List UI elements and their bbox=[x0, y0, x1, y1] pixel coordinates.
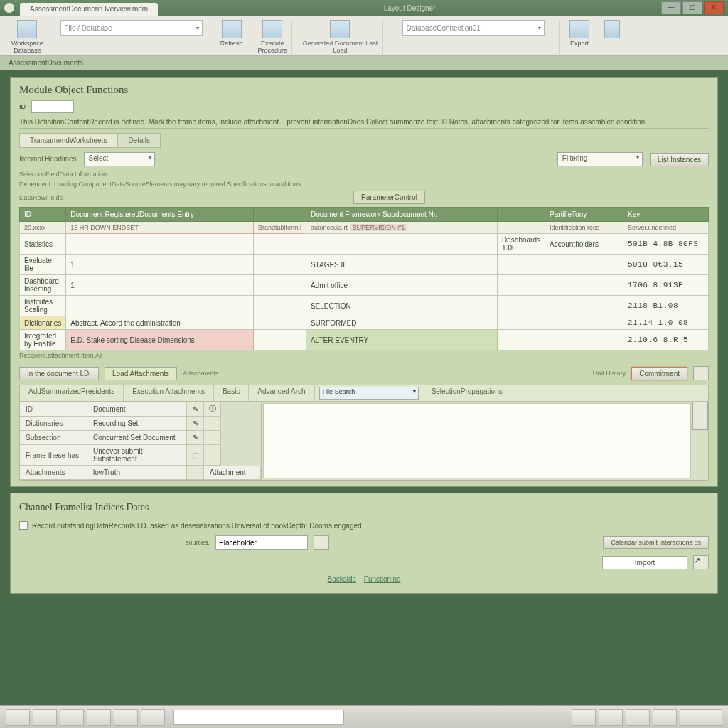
sources-input[interactable] bbox=[215, 535, 308, 550]
col-blank2[interactable] bbox=[498, 208, 545, 222]
taskbar-app-5[interactable] bbox=[114, 709, 138, 726]
table-row[interactable]: Institutes ScalingSELECTION2118 B1.08 bbox=[20, 296, 709, 316]
id-label: ID bbox=[19, 103, 26, 110]
ribbon-group-workspace: Workspace Database bbox=[7, 20, 48, 54]
back-link[interactable]: Backside bbox=[327, 575, 356, 583]
record-checkbox-label: Record outstandingDataRecords.I.D. asked… bbox=[32, 522, 362, 530]
prop-id-val[interactable]: Document bbox=[87, 402, 187, 417]
export-label: Export bbox=[570, 40, 589, 47]
content-area[interactable] bbox=[263, 403, 691, 478]
export-icon[interactable] bbox=[569, 20, 589, 38]
col-blank1[interactable] bbox=[253, 208, 306, 222]
maximize-button[interactable]: ▢ bbox=[682, 1, 702, 14]
document-id-button[interactable]: In the document I.D. bbox=[19, 367, 99, 380]
page-title: Module Object Functions bbox=[19, 84, 709, 96]
tab-row: TransamendWorksheets Details bbox=[19, 133, 709, 148]
table-footer-note: Recipient.attachment.Item.All bbox=[19, 352, 709, 359]
id-input[interactable] bbox=[31, 100, 74, 113]
sources-label: sources. bbox=[167, 539, 210, 546]
subpanel-tabs: AddSummarizedPresidents Execution Attach… bbox=[20, 385, 708, 402]
bottom-title: Channel Framelist Indices Dates bbox=[19, 502, 709, 515]
footer-links: Backside Functioning bbox=[19, 575, 709, 583]
import-button[interactable]: Import bbox=[602, 556, 687, 569]
document-icon[interactable] bbox=[330, 20, 350, 38]
table-subheader-row: 20.xxxx 15 HR DOWN ENDSET Brandtablform.… bbox=[20, 222, 709, 234]
filter-label: Internal Headlines bbox=[19, 155, 77, 164]
tray-clock[interactable] bbox=[680, 709, 722, 726]
ribbon-group-file: File / Database▾ bbox=[54, 20, 210, 54]
load-attachments-button[interactable]: Load Attachments bbox=[105, 367, 177, 380]
taskbar-app-3[interactable] bbox=[60, 709, 84, 726]
connection-combo[interactable]: DatabaseConnection01▾ bbox=[402, 20, 545, 36]
minimize-button[interactable]: — bbox=[661, 1, 681, 14]
record-checkbox-row: Record outstandingDataRecords.I.D. asked… bbox=[19, 521, 709, 530]
import-extra-icon[interactable]: ↗ bbox=[693, 555, 709, 569]
tab-worksheets[interactable]: TransamendWorksheets bbox=[19, 133, 117, 148]
ribbon: Workspace Database File / Database▾ Refr… bbox=[0, 16, 728, 56]
taskbar-app-2[interactable] bbox=[33, 709, 57, 726]
file-search-dropdown[interactable]: File Search bbox=[319, 387, 419, 400]
tray-icon-3[interactable] bbox=[626, 709, 650, 726]
calendar-button[interactable]: Calendar submit Interactions ps bbox=[603, 536, 709, 549]
ribbon-group-export: Export bbox=[565, 20, 594, 54]
parameter-control-button[interactable]: ParameterControl bbox=[353, 191, 425, 204]
description-text: This DefinitionContentRecord is defined.… bbox=[19, 116, 709, 129]
refresh-icon[interactable] bbox=[222, 20, 242, 38]
col-framework[interactable]: Document Framework Subdocument Nr. bbox=[306, 208, 497, 222]
ribbon-group-generated: Generated Document Last Load bbox=[298, 20, 383, 54]
col-key[interactable]: Key bbox=[623, 208, 709, 222]
action-extra-icon[interactable] bbox=[693, 366, 709, 380]
ribbon-group-refresh: Refresh bbox=[216, 20, 248, 54]
subtab-presidents[interactable]: AddSummarizedPresidents bbox=[20, 385, 124, 401]
close-button[interactable]: ✕ bbox=[704, 1, 724, 14]
settings-icon[interactable] bbox=[604, 20, 620, 38]
table-row[interactable]: DictionariesAbstract. Accord the adminis… bbox=[20, 316, 709, 330]
file-database-combo[interactable]: File / Database▾ bbox=[60, 20, 203, 36]
tray-icon-2[interactable] bbox=[599, 709, 623, 726]
sub-panel: AddSummarizedPresidents Execution Attach… bbox=[19, 385, 709, 481]
execute-icon[interactable] bbox=[262, 20, 282, 38]
taskbar-app-6[interactable] bbox=[141, 709, 165, 726]
document-tab[interactable]: AssessmentDocumentOverview.mdm bbox=[20, 3, 158, 16]
taskbar bbox=[0, 705, 728, 728]
forward-link[interactable]: Functioning bbox=[364, 575, 401, 583]
table-row[interactable]: StatisticsDashboards 1.06Accountholders5… bbox=[20, 234, 709, 255]
tray-icon-4[interactable] bbox=[653, 709, 677, 726]
hint-title: SelectionFieldData Information bbox=[19, 171, 709, 178]
chevron-down-icon: ▾ bbox=[196, 25, 199, 31]
workspace-icon[interactable] bbox=[17, 20, 37, 38]
prop-edit-icon[interactable]: ✎ bbox=[187, 402, 204, 417]
subtab-propagations: SelectionPropagations bbox=[423, 385, 511, 401]
app-icon bbox=[4, 3, 14, 13]
prop-info-icon[interactable]: ⓘ bbox=[204, 402, 221, 417]
table-row[interactable]: Integrated by EnableE.D. Stake sorting D… bbox=[20, 330, 709, 350]
col-partifle[interactable]: PartifleTony bbox=[545, 208, 623, 222]
sources-browse-icon[interactable] bbox=[314, 535, 329, 550]
scrollbar-up[interactable] bbox=[692, 402, 708, 430]
titlebar-center: Layout Designer bbox=[158, 4, 661, 12]
subtab-basic[interactable]: Basic bbox=[214, 385, 249, 401]
tab-details[interactable]: Details bbox=[117, 133, 161, 148]
refresh-label: Refresh bbox=[220, 40, 243, 47]
filtering-dropdown[interactable]: Filtering bbox=[557, 152, 643, 166]
hint-text: Dependent: Loading ComponentDataSourceEl… bbox=[19, 181, 709, 188]
commitment-button[interactable]: Commitment bbox=[631, 367, 687, 380]
taskbar-app-4[interactable] bbox=[87, 709, 111, 726]
col-document[interactable]: Document RegisteredDocuments Entry bbox=[66, 208, 254, 222]
ribbon-group-execute: Execute Procedure bbox=[253, 20, 292, 54]
taskbar-search[interactable] bbox=[173, 710, 344, 725]
col-id[interactable]: ID bbox=[20, 208, 66, 222]
filter-select[interactable]: Select bbox=[84, 152, 155, 166]
record-checkbox[interactable] bbox=[19, 521, 28, 530]
subtab-execution[interactable]: Execution Attachments bbox=[124, 385, 214, 401]
list-instances-button[interactable]: List Instances bbox=[650, 153, 709, 166]
table-row[interactable]: Dashboard Inserting1Admit office1706 8.9… bbox=[20, 275, 709, 296]
tray-icon-1[interactable] bbox=[572, 709, 596, 726]
subtab-advanced[interactable]: Advanced Arch bbox=[249, 385, 314, 401]
main-panel: Module Object Functions ID This Definiti… bbox=[10, 77, 718, 487]
taskbar-app-1[interactable] bbox=[6, 709, 30, 726]
prop-id-key: ID bbox=[20, 402, 87, 417]
breadcrumb: AssessmentDocuments bbox=[0, 56, 728, 70]
table-row[interactable]: Evaluate file1STAGES II5010 0€3.15 bbox=[20, 255, 709, 275]
unit-history-label: Unit History bbox=[593, 370, 626, 377]
